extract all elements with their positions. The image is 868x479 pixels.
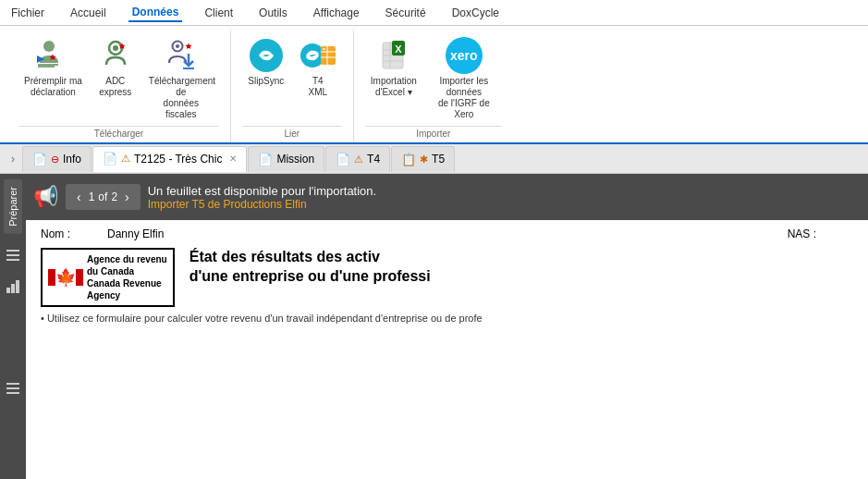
ribbon-group-items-telecharger: Préremplir madéclaration ADCexpress <box>18 33 219 124</box>
svg-rect-18 <box>323 48 325 50</box>
sidebar-preparer-tab[interactable]: Préparer <box>4 179 22 234</box>
sidebar-list-icon[interactable] <box>1 243 25 271</box>
telecharge-icon <box>163 37 200 74</box>
nav-controls: ‹ 1 of 2 › <box>66 184 141 210</box>
excel-label: Importationd'Excel ▾ <box>371 76 417 98</box>
t4xml-button[interactable]: T4XML <box>294 33 342 102</box>
telecharge-button[interactable]: Téléchargement dedonnées fiscales <box>143 33 219 124</box>
xero-label: Importer les donnéesde l'IGRF de Xero <box>432 76 496 120</box>
nav-current: 1 <box>89 190 95 203</box>
svg-rect-28 <box>6 254 19 256</box>
doc-content: Nom : Danny Elfin NAS : 🍁 <box>26 220 868 479</box>
nav-total: 2 <box>111 190 117 203</box>
left-sidebar: Préparer <box>0 174 26 479</box>
ribbon-group-telecharger: Préremplir madéclaration ADCexpress <box>7 30 231 142</box>
doc-header: 🍁 Agence du revenu du Canada Canada Reve… <box>41 248 853 307</box>
lier-group-label: Lier <box>242 126 342 141</box>
slipsync-icon <box>248 37 285 74</box>
client-info: Nom : Danny Elfin NAS : <box>41 227 853 240</box>
sidebar-chart-icon[interactable] <box>1 275 25 302</box>
ribbon-group-importer: X Importationd'Excel ▾ xero Importer les… <box>354 30 513 142</box>
flag-bar-right <box>76 269 83 286</box>
tab-mission[interactable]: 📄 Mission <box>248 146 324 172</box>
slipsync-button[interactable]: SlipSync <box>242 33 290 91</box>
tab-t5-star-icon: ✱ <box>420 154 428 166</box>
xero-icon: xero <box>446 37 483 74</box>
megaphone-icon: 📢 <box>33 185 58 209</box>
adc-label: ADCexpress <box>99 76 131 98</box>
importer-group-label: Importer <box>365 126 502 141</box>
menu-securite[interactable]: Sécurité <box>382 5 430 21</box>
tab-t5-icon: 📋 <box>401 153 416 166</box>
t4xml-label: T4XML <box>309 76 328 98</box>
nas-label: NAS : <box>788 227 816 240</box>
tab-t5[interactable]: 📋 ✱ T5 <box>391 146 455 172</box>
excel-button[interactable]: X Importationd'Excel ▾ <box>365 33 422 102</box>
maple-leaf-icon: 🍁 <box>55 267 76 288</box>
svg-rect-30 <box>6 288 10 293</box>
slipsync-label: SlipSync <box>248 76 284 87</box>
tab-t4-warning-icon: ⚠ <box>354 154 363 166</box>
menu-donnees[interactable]: Données <box>128 4 183 22</box>
tab-t4-label: T4 <box>367 153 380 166</box>
ribbon-group-items-importer: X Importationd'Excel ▾ xero Importer les… <box>365 33 502 124</box>
client-label: Nom : <box>41 227 70 240</box>
nav-of-label: of <box>98 190 107 203</box>
flag-bar-left <box>48 269 55 286</box>
tab-info[interactable]: 📄 ⊖ Info <box>22 146 92 172</box>
ribbon: Préremplir madéclaration ADCexpress <box>0 26 868 144</box>
tab-t2125-label: T2125 - Très Chic <box>134 153 222 166</box>
tab-t2125-icon: 📄 <box>103 152 117 166</box>
xero-circle-icon: xero <box>446 37 483 74</box>
main-layout: Préparer 📢 <box>0 174 868 479</box>
menu-client[interactable]: Client <box>201 5 237 21</box>
adc-icon <box>97 37 134 74</box>
tab-t5-label: T5 <box>432 153 445 166</box>
agency-name-en: Canada Revenue Agency <box>87 277 167 301</box>
menu-outils[interactable]: Outils <box>255 5 291 21</box>
svg-rect-34 <box>6 387 19 389</box>
client-name: Danny Elfin <box>107 227 164 240</box>
notification-content: Un feuillet est disponible pour l'import… <box>148 184 861 211</box>
svg-rect-32 <box>16 280 19 293</box>
tab-mission-icon: 📄 <box>258 153 273 166</box>
menu-affichage[interactable]: Affichage <box>310 5 363 21</box>
tab-t4-icon: 📄 <box>336 153 350 166</box>
tab-bar: › 📄 ⊖ Info 📄 ⚠ T2125 - Très Chic ✕ 📄 Mis… <box>0 144 868 174</box>
tab-t2125[interactable]: 📄 ⚠ T2125 - Très Chic ✕ <box>92 146 247 172</box>
menu-bar: Fichier Accueil Données Client Outils Af… <box>0 0 868 26</box>
nav-next-button[interactable]: › <box>121 188 133 206</box>
menu-fichier[interactable]: Fichier <box>7 5 48 21</box>
ribbon-group-items-lier: SlipSync <box>242 33 342 124</box>
menu-doxcycle[interactable]: DoxCycle <box>448 5 503 21</box>
prefill-button[interactable]: Préremplir madéclaration <box>18 33 88 102</box>
svg-marker-9 <box>185 43 191 49</box>
svg-rect-35 <box>6 392 19 394</box>
svg-point-8 <box>176 44 179 48</box>
svg-rect-27 <box>6 250 19 252</box>
svg-point-12 <box>250 39 283 72</box>
telecharger-group-label: Télécharger <box>18 126 219 141</box>
agency-logo: 🍁 Agence du revenu du Canada Canada Reve… <box>41 248 175 307</box>
doc-title: État des résultats des activ <box>189 248 431 267</box>
tab-t2125-warning-icon: ⚠ <box>121 153 130 165</box>
notification-link[interactable]: Importer T5 de Productions Elfin <box>148 198 307 211</box>
tab-info-icon: 📄 <box>32 153 47 166</box>
adc-button[interactable]: ADCexpress <box>92 33 140 102</box>
xero-button[interactable]: xero Importer les donnéesde l'IGRF de Xe… <box>426 33 502 124</box>
ribbon-group-lier: SlipSync <box>231 30 354 142</box>
sidebar-extra-icon[interactable] <box>1 376 25 404</box>
prefill-icon <box>34 37 71 74</box>
notification-title: Un feuillet est disponible pour l'import… <box>148 184 861 198</box>
svg-rect-31 <box>11 284 15 293</box>
tab-t2125-close[interactable]: ✕ <box>229 154 237 164</box>
canada-flag: 🍁 <box>48 267 83 288</box>
tab-mission-label: Mission <box>276 153 314 166</box>
doc-title-area: État des résultats des activ d'une entre… <box>189 248 431 287</box>
tab-t4[interactable]: 📄 ⚠ T4 <box>325 146 390 172</box>
tab-nav-button[interactable]: › <box>4 146 22 172</box>
telecharge-label: Téléchargement dedonnées fiscales <box>149 76 214 120</box>
svg-point-5 <box>113 45 118 51</box>
nav-prev-button[interactable]: ‹ <box>73 188 85 206</box>
menu-accueil[interactable]: Accueil <box>67 5 110 21</box>
